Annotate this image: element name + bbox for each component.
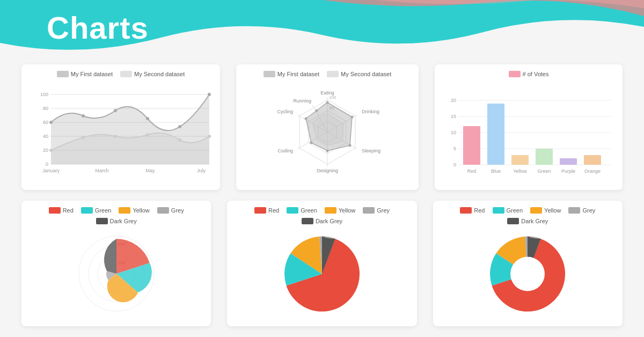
radar-chart-legend: My First dataset My Second dataset [244, 71, 411, 77]
legend-item-second: My Second dataset [120, 71, 185, 77]
donut-legend-grey: Grey [568, 207, 595, 214]
polar-legend-color-red [49, 207, 61, 214]
donut-legend-green: Green [493, 207, 523, 214]
svg-point-16 [49, 121, 53, 124]
donut-legend-red: Red [460, 207, 485, 214]
bar-legend-item-votes: # of Votes [509, 71, 549, 77]
radar-legend-item-first: My First dataset [264, 71, 319, 77]
donut-legend: Red Green Yellow Grey Dark Grey [441, 207, 614, 224]
svg-point-20 [178, 125, 181, 128]
svg-point-18 [114, 109, 117, 112]
donut-legend-color-red [460, 207, 472, 214]
svg-text:Drinking: Drinking [362, 109, 379, 114]
pie-legend-label-darkgrey: Dark Grey [316, 218, 342, 224]
radar-chart: My First dataset My Second dataset [236, 64, 419, 190]
donut-legend-color-yellow [530, 207, 542, 214]
radar-legend-label-second: My Second dataset [341, 71, 391, 77]
svg-rect-71 [584, 155, 601, 165]
svg-text:Blue: Blue [491, 169, 501, 174]
charts-row-1: My First dataset My Second dataset [21, 64, 623, 190]
pie-legend-yellow: Yellow [325, 207, 355, 214]
bar-legend-label-votes: # of Votes [523, 71, 549, 77]
donut-legend-label-red: Red [474, 207, 485, 214]
radar-legend-item-second: My Second dataset [327, 71, 391, 77]
polar-legend-red: Red [49, 207, 74, 214]
pie-legend: Red Green Yellow Grey Dark Grey [235, 207, 408, 224]
legend-item-first: My First dataset [57, 71, 113, 77]
pie-legend-color-grey [363, 207, 375, 214]
pie-legend-red: Red [254, 207, 279, 214]
legend-color-second [120, 71, 132, 77]
svg-text:Red: Red [467, 169, 477, 174]
svg-point-27 [208, 135, 211, 138]
svg-text:May: May [145, 168, 155, 173]
svg-point-25 [146, 133, 149, 136]
radar-legend-label-first: My First dataset [277, 71, 319, 77]
charts-row-2: Red Green Yellow Grey Dark Grey [21, 201, 623, 326]
bar-chart-svg-area: 0 5 10 15 20 [443, 80, 614, 184]
svg-text:Sleeping: Sleeping [362, 148, 380, 153]
svg-text:March: March [95, 168, 108, 173]
polar-legend-label-green: Green [95, 207, 112, 214]
bar-chart: # of Votes 0 5 10 15 20 [435, 64, 623, 190]
donut-legend-label-green: Green [507, 207, 523, 214]
svg-point-50 [351, 116, 354, 119]
svg-text:Purple: Purple [561, 169, 575, 174]
svg-text:July: July [197, 168, 206, 173]
svg-text:Designing: Designing [317, 168, 338, 173]
polar-chart: Red Green Yellow Grey Dark Grey [21, 201, 211, 326]
svg-text:40: 40 [43, 134, 48, 139]
polar-svg-area: 400 200 [68, 228, 165, 320]
donut-legend-color-darkgrey [507, 218, 519, 224]
polar-legend-label-grey: Grey [171, 207, 184, 214]
svg-text:0: 0 [453, 162, 456, 167]
svg-text:Orange: Orange [584, 169, 601, 174]
svg-text:Running: Running [293, 98, 311, 104]
svg-text:15: 15 [451, 114, 456, 119]
pie-chart: Red Green Yellow Grey Dark Grey [227, 201, 416, 326]
svg-point-19 [146, 117, 149, 120]
polar-legend-color-green [81, 207, 93, 214]
svg-point-51 [349, 144, 352, 147]
pie-legend-color-yellow [325, 207, 336, 214]
polar-legend-label-yellow: Yellow [133, 207, 149, 214]
svg-rect-69 [536, 149, 553, 165]
donut-legend-label-darkgrey: Dark Grey [521, 218, 548, 224]
svg-text:80: 80 [43, 106, 48, 111]
pie-legend-label-green: Green [301, 207, 317, 214]
svg-point-26 [178, 138, 181, 142]
svg-point-53 [310, 142, 313, 144]
pie-legend-grey: Grey [363, 207, 390, 214]
svg-rect-68 [511, 155, 529, 165]
polar-legend-label-red: Red [63, 207, 74, 214]
polar-legend-color-yellow [119, 207, 130, 214]
charts-container: My First dataset My Second dataset [21, 64, 623, 326]
polar-legend-yellow: Yellow [119, 207, 149, 214]
pie-legend-label-yellow: Yellow [339, 207, 355, 214]
legend-label-first: My First dataset [71, 71, 113, 77]
donut-legend-yellow: Yellow [530, 207, 561, 214]
svg-text:January: January [42, 168, 60, 173]
svg-rect-67 [487, 104, 504, 165]
svg-point-17 [82, 114, 85, 118]
donut-svg-area [485, 228, 570, 320]
svg-point-21 [208, 93, 211, 96]
bar-chart-legend: # of Votes [443, 71, 614, 77]
radar-legend-color-first [264, 71, 275, 77]
svg-rect-66 [463, 126, 480, 165]
svg-text:Cycling: Cycling [277, 109, 293, 114]
line-chart-legend: My First dataset My Second dataset [30, 71, 212, 77]
radar-legend-color-second [327, 71, 339, 77]
line-chart: My First dataset My Second dataset [21, 64, 220, 190]
polar-legend-darkgrey: Dark Grey [96, 218, 137, 224]
polar-legend-color-darkgrey [96, 218, 108, 224]
svg-text:100: 100 [40, 92, 48, 97]
pie-legend-darkgrey: Dark Grey [302, 218, 342, 224]
pie-legend-color-darkgrey [302, 218, 313, 224]
pie-svg-area [279, 228, 365, 320]
donut-legend-label-yellow: Yellow [544, 207, 561, 214]
legend-label-second: My Second dataset [134, 71, 185, 77]
svg-text:60: 60 [43, 120, 48, 125]
donut-legend-label-grey: Grey [582, 207, 595, 214]
polar-legend-green: Green [81, 207, 112, 214]
